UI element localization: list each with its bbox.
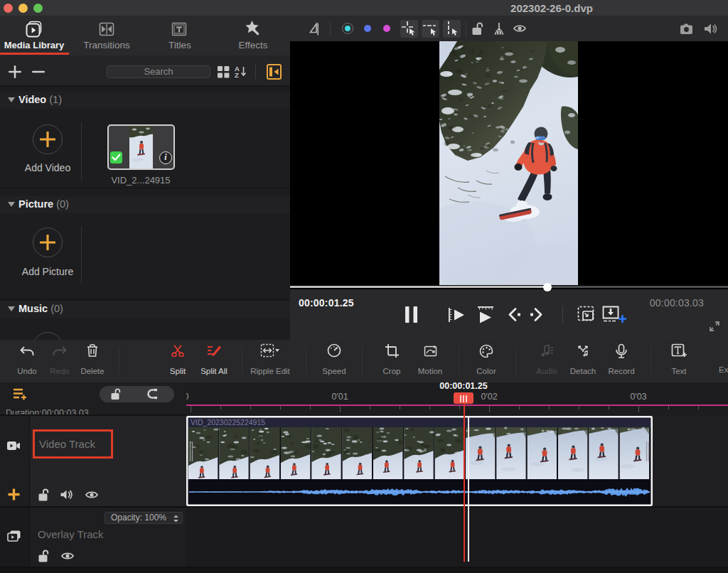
svg-text:Z: Z [235, 71, 239, 78]
svg-text:VID_20230225224915: VID_20230225224915 [191, 418, 265, 427]
